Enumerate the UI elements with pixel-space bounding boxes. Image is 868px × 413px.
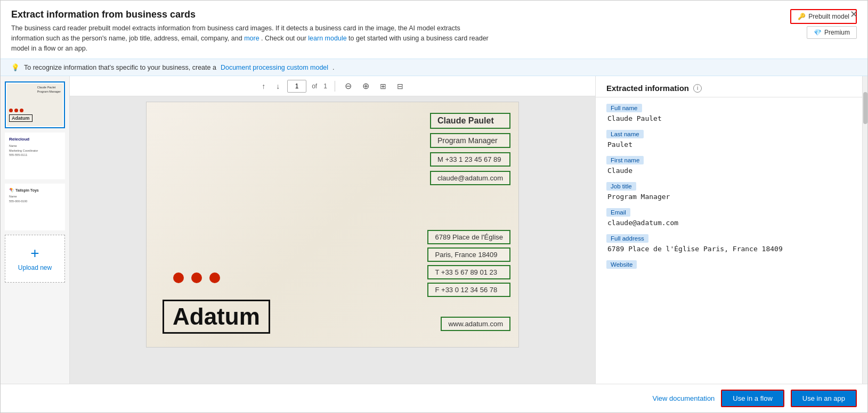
learn-module-link[interactable]: learn module xyxy=(308,35,346,42)
card-address1: 6789 Place de l'Église xyxy=(427,230,510,244)
field-first-name: First name Claude xyxy=(606,156,851,175)
premium-button[interactable]: 💎 Premium xyxy=(807,26,857,39)
close-button[interactable]: ✕ xyxy=(846,7,861,22)
full-address-label: Full address xyxy=(606,234,648,243)
card-email: claude@adatum.com xyxy=(430,171,510,185)
first-name-value: Claude xyxy=(606,167,851,175)
use-in-flow-button[interactable]: Use in a flow xyxy=(721,390,784,407)
extracted-info-panel: Extracted information i Full name Claude… xyxy=(596,76,862,384)
field-email: Email claude@adatum.com xyxy=(606,208,851,227)
thumbnail-panel: Adatum Claude Paulet Program Manager Rel… xyxy=(1,76,70,384)
scroll-up-button[interactable]: ↑ xyxy=(258,80,269,92)
page-number-input[interactable] xyxy=(287,80,306,93)
key-icon: 🔑 xyxy=(798,13,806,20)
use-in-app-button[interactable]: Use in an app xyxy=(791,390,857,407)
thumbnail-image-3: 🪁 Tailspin Toys Name 555-000-0100 xyxy=(7,186,63,228)
email-value: claude@adatum.com xyxy=(606,219,851,227)
prebuilt-label: Prebuilt model xyxy=(808,13,849,20)
header-right: 🔑 Prebuilt model 💎 Premium xyxy=(772,9,857,39)
document-viewer: ↑ ↓ of 1 ⊖ ⊕ ⊞ ⊟ Claude Paulet xyxy=(70,76,596,384)
dot-3 xyxy=(209,272,220,283)
fit-page-button[interactable]: ⊞ xyxy=(377,80,390,92)
dialog-description: The business card reader prebuilt model … xyxy=(11,23,491,53)
thumb1-company: Adatum xyxy=(9,114,33,122)
info-panel-body: Full name Claude Paulet Last name Paulet… xyxy=(596,97,862,384)
scrollbar-track xyxy=(862,76,867,384)
scrollbar-thumb[interactable] xyxy=(863,92,867,124)
card-tel: T +33 5 67 89 01 23 xyxy=(427,265,510,279)
job-title-label: Job title xyxy=(606,182,636,191)
lightbulb-icon: 💡 xyxy=(11,63,20,71)
card-info-section: Claude Paulet Program Manager M +33 1 23… xyxy=(430,113,510,185)
dot-2 xyxy=(191,272,202,283)
card-jobtitle: Program Manager xyxy=(430,133,510,148)
scroll-down-button[interactable]: ↓ xyxy=(273,80,283,92)
dialog-header: Extract information from business cards … xyxy=(1,1,867,59)
page-of-label: of xyxy=(312,82,317,90)
field-last-name: Last name Paulet xyxy=(606,130,851,148)
card-fax: F +33 0 12 34 56 78 xyxy=(427,283,510,297)
viewer-toolbar: ↑ ↓ of 1 ⊖ ⊕ ⊞ ⊟ xyxy=(70,76,595,96)
header-left: Extract information from business cards … xyxy=(11,9,491,53)
more-link[interactable]: more xyxy=(244,35,259,42)
field-website: Website xyxy=(606,260,851,271)
card-dots xyxy=(173,272,220,283)
thumbnail-image-1: Adatum Claude Paulet Program Manager xyxy=(7,84,63,126)
upload-label: Upload new xyxy=(18,264,52,271)
document-canvas: Claude Paulet Program Manager M +33 1 23… xyxy=(70,96,595,384)
field-job-title: Job title Program Manager xyxy=(606,182,851,201)
dialog-container: Extract information from business cards … xyxy=(0,0,868,413)
main-content: Adatum Claude Paulet Program Manager Rel… xyxy=(1,76,867,384)
zoom-in-button[interactable]: ⊕ xyxy=(359,79,372,93)
card-website-section: www.adatum.com xyxy=(441,317,510,331)
zoom-out-button[interactable]: ⊖ xyxy=(342,79,355,93)
full-name-value: Claude Paulet xyxy=(606,114,851,122)
plus-icon: + xyxy=(30,246,39,261)
dot-1 xyxy=(173,272,184,283)
card-name: Claude Paulet xyxy=(430,113,510,129)
info-tooltip-icon[interactable]: i xyxy=(693,84,702,93)
banner-text: To recognize information that's specific… xyxy=(24,64,216,71)
fit-width-button[interactable]: ⊟ xyxy=(394,80,407,92)
toolbar-separator xyxy=(335,81,335,92)
info-banner: 💡 To recognize information that's specif… xyxy=(1,59,867,76)
field-full-name: Full name Claude Paulet xyxy=(606,104,851,122)
email-label: Email xyxy=(606,208,630,217)
info-panel-title: Extracted information xyxy=(606,84,689,93)
page-total: 1 xyxy=(323,82,327,90)
desc-text-2: . Check out our xyxy=(261,35,306,42)
last-name-label: Last name xyxy=(606,130,644,138)
first-name-label: First name xyxy=(606,156,644,164)
upload-new-button[interactable]: + Upload new xyxy=(5,235,65,283)
thumbnail-item-2[interactable]: Relecloud Name Marketing Coordinator 555… xyxy=(5,133,65,179)
info-panel-header: Extracted information i xyxy=(596,76,862,97)
diamond-icon: 💎 xyxy=(814,29,822,36)
thumbnail-item-3[interactable]: 🪁 Tailspin Toys Name 555-000-0100 xyxy=(5,184,65,230)
full-name-label: Full name xyxy=(606,104,642,112)
thumbnail-image-2: Relecloud Name Marketing Coordinator 555… xyxy=(7,135,63,177)
job-title-value: Program Manager xyxy=(606,193,851,201)
view-documentation-link[interactable]: View documentation xyxy=(653,394,715,402)
last-name-value: Paulet xyxy=(606,141,851,148)
website-label: Website xyxy=(606,260,637,269)
full-address-value: 6789 Place de l'Église Paris, France 184… xyxy=(606,245,851,253)
dialog-title: Extract information from business cards xyxy=(11,9,491,20)
business-card-image: Claude Paulet Program Manager M +33 1 23… xyxy=(146,102,519,348)
banner-end: . xyxy=(332,64,334,71)
card-mobile: M +33 1 23 45 67 89 xyxy=(430,152,510,167)
card-address2: Paris, France 18409 xyxy=(427,247,510,262)
thumbnail-item-1[interactable]: Adatum Claude Paulet Program Manager xyxy=(5,81,65,128)
card-website: www.adatum.com xyxy=(441,317,510,331)
card-address-section: 6789 Place de l'Église Paris, France 184… xyxy=(427,230,510,297)
field-full-address: Full address 6789 Place de l'Église Pari… xyxy=(606,234,851,253)
premium-label: Premium xyxy=(824,29,850,36)
card-company: Adatum xyxy=(163,300,270,334)
dialog-footer: View documentation Use in a flow Use in … xyxy=(1,384,867,412)
custom-model-link[interactable]: Document processing custom model xyxy=(221,64,328,71)
